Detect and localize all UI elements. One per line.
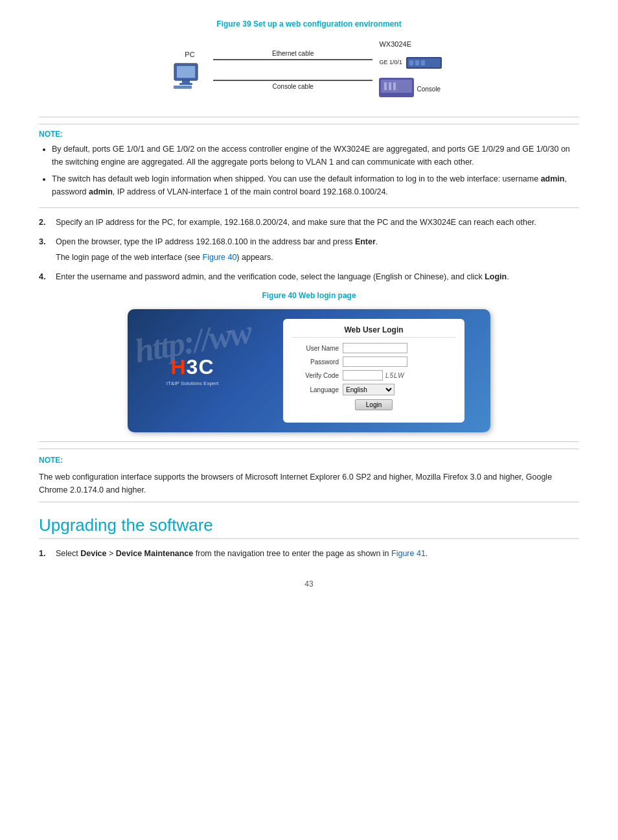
figure40-box: http://ww H3C IT&IP Solutions Expert Web… [128, 309, 490, 432]
h3c-logo: H3C [170, 355, 214, 379]
upgrade-step1-num: 1. [39, 547, 49, 560]
username-label: User Name [292, 345, 339, 352]
h3c-tagline: IT&IP Solutions Expert [166, 380, 218, 386]
language-select[interactable]: English Chinese [343, 384, 395, 395]
svg-rect-3 [179, 83, 192, 85]
step4: 4. Enter the username and password admin… [39, 270, 579, 283]
console-line [213, 80, 372, 81]
password-label: Password [292, 358, 339, 366]
verify-code-display: L5LW [385, 372, 405, 379]
pc-icon [173, 61, 207, 89]
wx-label: WX3024E [379, 40, 445, 48]
upgrade-step1-content: Select Device > Device Maintenance from … [56, 547, 579, 560]
svg-rect-7 [409, 60, 413, 65]
figure39-label: Figure 39 Set up a web configuration env… [39, 19, 579, 29]
svg-rect-13 [389, 82, 391, 90]
step3-sub: The login page of the web interface (see… [56, 251, 579, 264]
step4-num: 4. [39, 270, 49, 283]
divider2 [39, 441, 579, 442]
wx-icon [406, 52, 445, 73]
svg-rect-2 [182, 80, 190, 83]
figure40-container: http://ww H3C IT&IP Solutions Expert Web… [39, 309, 579, 432]
section-heading: Upgrading the software [39, 515, 579, 539]
verify-label: Verify Code [292, 372, 339, 379]
step2-num: 2. [39, 216, 49, 229]
svg-rect-9 [421, 60, 425, 65]
console-cable-label: Console cable [213, 83, 372, 90]
ethernet-label: Ethernet cable [213, 50, 372, 57]
divider1 [39, 117, 579, 117]
figure39-diagram: PC Ethernet cable Console cable [39, 34, 579, 110]
page-number: 43 [39, 579, 579, 589]
pc-block: PC [173, 51, 207, 89]
step2-content: Specify an IP address for the PC, for ex… [56, 216, 579, 229]
upgrade-steps: 1. Select Device > Device Maintenance fr… [39, 547, 579, 560]
svg-rect-12 [384, 82, 387, 90]
pc-label: PC [185, 51, 194, 58]
step3: 3. Open the browser, type the IP address… [39, 235, 579, 264]
password-row: Password [292, 356, 455, 367]
note1-section: NOTE: By default, ports GE 1/0/1 and GE … [39, 124, 579, 208]
note2-label: NOTE: [39, 454, 579, 467]
console-icon [379, 78, 414, 100]
note1-item2: The switch has default web login informa… [52, 172, 579, 198]
svg-rect-4 [174, 86, 192, 89]
note2-text: The web configuration interface supports… [39, 471, 579, 496]
figure40-link[interactable]: Figure 40 [203, 253, 237, 262]
login-form-title: Web User Login [292, 325, 455, 338]
step3-content: Open the browser, type the IP address 19… [56, 235, 579, 264]
wx-console-block: WX3024E GE 1/0/1 [379, 40, 445, 100]
note1-list: By default, ports GE 1/0/1 and GE 1/0/2 … [39, 143, 579, 198]
password-input[interactable] [343, 356, 407, 367]
console-text-label: Console [417, 86, 441, 93]
login-button-row: Login [292, 399, 455, 410]
verify-row: Verify Code L5LW [292, 370, 455, 380]
step4-content: Enter the username and password admin, a… [56, 270, 579, 283]
language-label: Language [292, 386, 339, 393]
login-button[interactable]: Login [355, 399, 393, 410]
cable-area: Ethernet cable Console cable [213, 50, 372, 90]
figure40-label: Figure 40 Web login page [39, 291, 579, 300]
figure41-link[interactable]: Figure 41 [391, 549, 426, 558]
step3-num: 3. [39, 235, 49, 264]
username-row: User Name [292, 343, 455, 353]
steps-list: 2. Specify an IP address for the PC, for… [39, 216, 579, 283]
verify-input[interactable] [343, 370, 383, 380]
note2-section: NOTE: The web configuration interface su… [39, 449, 579, 502]
upgrade-step1: 1. Select Device > Device Maintenance fr… [39, 547, 579, 560]
language-row: Language English Chinese [292, 384, 455, 395]
ethernet-line [213, 59, 372, 60]
fig40-left: H3C IT&IP Solutions Expert [128, 309, 257, 432]
svg-rect-8 [415, 60, 419, 65]
svg-rect-14 [393, 82, 396, 90]
ge-label: GE 1/0/1 [379, 59, 402, 65]
login-form: Web User Login User Name Password Verify… [283, 319, 464, 423]
svg-rect-1 [177, 66, 195, 78]
note1-label: NOTE: [39, 130, 579, 139]
username-input[interactable] [343, 343, 407, 353]
step2: 2. Specify an IP address for the PC, for… [39, 216, 579, 229]
note1-item1: By default, ports GE 1/0/1 and GE 1/0/2 … [52, 143, 579, 169]
